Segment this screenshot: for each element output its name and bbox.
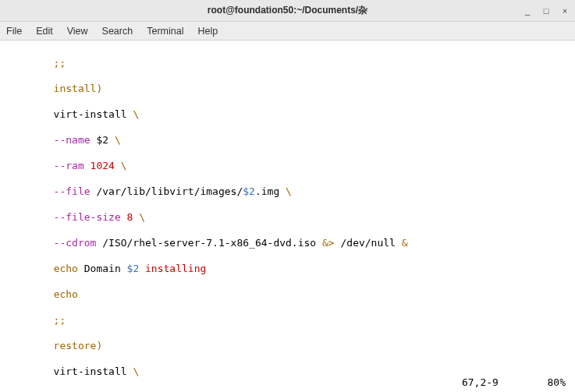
terminal-content[interactable]: ;; install) virt-install \ --name $2 \ -… — [0, 41, 575, 392]
code-line: --cdrom /ISO/rhel-server-7.1-x86_64-dvd.… — [5, 237, 570, 250]
code-line: ;; — [5, 314, 570, 327]
menu-file[interactable]: File — [6, 26, 22, 37]
menu-view[interactable]: View — [67, 26, 88, 37]
menu-help[interactable]: Help — [197, 26, 218, 37]
code-line: --name $2 \ — [5, 134, 570, 147]
cursor-position: 67,2-9 — [462, 376, 499, 388]
code-line: echo Domain $2 installing — [5, 263, 570, 276]
code-line: restore) — [5, 340, 570, 353]
code-line: --ram 1024 \ — [5, 160, 570, 173]
code-line: --file-size 8 \ — [5, 211, 570, 224]
scroll-percent: 80% — [548, 376, 566, 388]
code-line: install) — [5, 83, 570, 96]
minimize-button[interactable]: _ — [522, 5, 533, 16]
titlebar: root@foundation50:~/Documents/杂 _ □ × — [0, 0, 575, 22]
vim-status: 67,2-9 80% — [462, 376, 566, 390]
window-controls: _ □ × — [522, 5, 570, 16]
window-title: root@foundation50:~/Documents/杂 — [208, 4, 367, 17]
code-line: echo — [5, 288, 570, 302]
menu-edit[interactable]: Edit — [36, 26, 53, 37]
code-line: ;; — [5, 57, 570, 70]
code-line: --file /var/lib/libvirt/images/$2.img \ — [5, 185, 570, 199]
menu-search[interactable]: Search — [102, 26, 133, 37]
close-button[interactable]: × — [559, 5, 570, 16]
menubar: File Edit View Search Terminal Help — [0, 22, 575, 41]
code-line: virt-install \ — [5, 108, 570, 122]
menu-terminal[interactable]: Terminal — [147, 26, 183, 37]
maximize-button[interactable]: □ — [541, 5, 552, 16]
